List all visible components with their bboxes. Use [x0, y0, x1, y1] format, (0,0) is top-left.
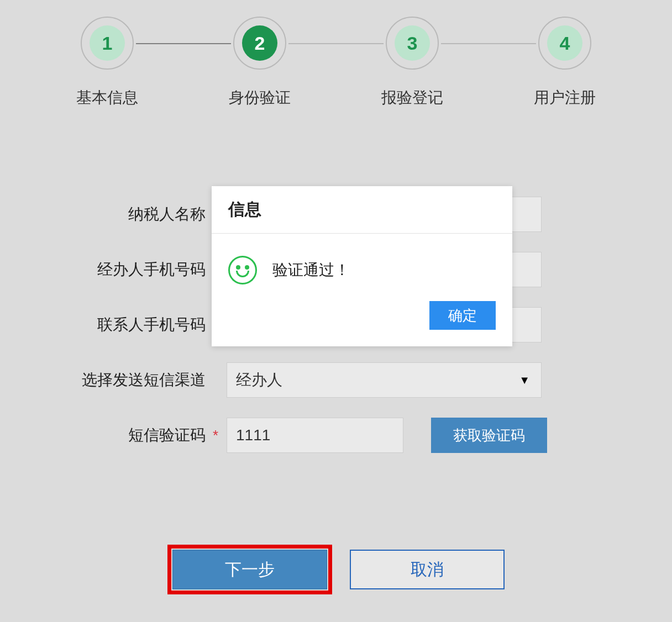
contact-phone-label: 联系人手机号码 [66, 314, 210, 335]
step-connector [136, 43, 231, 44]
get-code-button[interactable]: 获取验证码 [431, 418, 547, 453]
modal-body: 验证通过！ [212, 234, 512, 301]
modal-title: 信息 [212, 186, 512, 234]
sms-code-label: 短信验证码 [66, 425, 210, 446]
step-4-circle: 4 [538, 17, 591, 70]
step-3: 3 报验登记 [381, 17, 443, 108]
step-4-label: 用户注册 [534, 87, 596, 108]
step-1-circle: 1 [81, 17, 134, 70]
modal-ok-button[interactable]: 确定 [429, 301, 496, 330]
next-button-highlight: 下一步 [167, 545, 332, 594]
required-mark: * [210, 427, 221, 444]
sms-channel-label: 选择发送短信渠道 [66, 370, 210, 391]
step-connector [441, 43, 536, 44]
sms-channel-row: 选择发送短信渠道 经办人 ▼ [66, 362, 672, 398]
step-2: 2 身份验证 [229, 17, 291, 108]
agent-phone-label: 经办人手机号码 [66, 259, 210, 280]
taxpayer-name-label: 纳税人名称 [66, 204, 210, 225]
step-2-label: 身份验证 [229, 87, 291, 108]
modal-message: 验证通过！ [272, 260, 350, 281]
next-button[interactable]: 下一步 [172, 550, 327, 589]
info-modal: 信息 验证通过！ 确定 [212, 186, 512, 346]
sms-channel-value: 经办人 [236, 370, 282, 391]
step-3-circle: 3 [386, 17, 439, 70]
step-1: 1 基本信息 [76, 17, 138, 108]
sms-channel-select[interactable]: 经办人 ▼ [227, 362, 542, 398]
success-smile-icon [228, 256, 257, 284]
chevron-down-icon: ▼ [519, 374, 530, 387]
sms-code-input[interactable] [227, 418, 403, 453]
cancel-button[interactable]: 取消 [350, 550, 505, 589]
step-connector [288, 43, 384, 44]
step-2-circle: 2 [233, 17, 286, 70]
step-3-label: 报验登记 [381, 87, 443, 108]
footer-buttons: 下一步 取消 [0, 545, 672, 594]
stepper: 1 基本信息 2 身份验证 3 报验登记 4 用户注册 [0, 0, 672, 108]
step-4: 4 用户注册 [534, 17, 596, 108]
step-1-label: 基本信息 [76, 87, 138, 108]
sms-code-row: 短信验证码 * 获取验证码 [66, 418, 672, 453]
modal-footer: 确定 [212, 301, 512, 346]
